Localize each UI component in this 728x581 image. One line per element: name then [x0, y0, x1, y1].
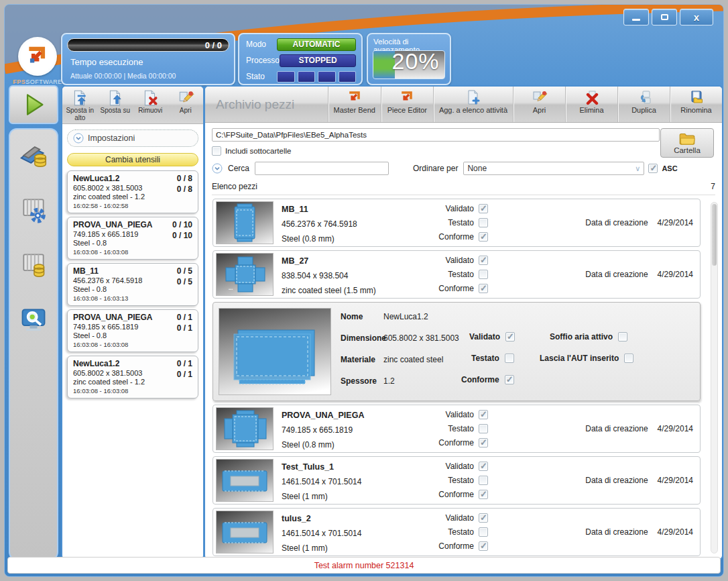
duplicate-piece-button[interactable]: Duplica: [617, 87, 670, 122]
testato-checkbox[interactable]: [479, 270, 488, 279]
tempo-esecuzione-panel: 0 / 0 Tempo esecuzione Attuale 00:00:00 …: [61, 33, 235, 85]
stato-segment: [318, 71, 336, 83]
piece-list-scrollbar[interactable]: [711, 202, 718, 553]
processo-value-badge: STOPPED: [280, 54, 356, 67]
rename-piece-button[interactable]: Rinomina: [670, 87, 722, 122]
pencil-icon: [177, 89, 194, 107]
testato-checkbox[interactable]: [505, 354, 514, 363]
soffio-aria-checkbox[interactable]: [618, 332, 627, 341]
include-subfolders-checkbox[interactable]: [212, 146, 221, 156]
minimize-button[interactable]: [623, 9, 649, 25]
stato-segment: [339, 71, 357, 83]
brand-name: FPSSOFTWARE: [11, 78, 64, 85]
lascia-aut-checkbox[interactable]: [624, 354, 633, 363]
piece-row[interactable]: tulus_2 1461.5014 x 701.5014 Steel (1 mm…: [213, 508, 701, 556]
conforme-checkbox[interactable]: [479, 490, 488, 499]
add-to-task-list-button[interactable]: Agg. a elenco attività: [433, 87, 513, 122]
master-bend-button[interactable]: Master Bend: [328, 87, 381, 122]
testato-checkbox[interactable]: [479, 527, 488, 537]
modo-value-badge: AUTOMATIC: [277, 38, 356, 51]
piece-row[interactable]: ••• MB_27 838.504 x 938.504 zinc coated …: [213, 250, 701, 299]
open-button[interactable]: Apri: [168, 87, 204, 123]
move-up-button[interactable]: Sposta su: [98, 87, 133, 123]
press-brake-archive-icon[interactable]: [18, 139, 49, 170]
validato-checkbox[interactable]: [505, 332, 515, 341]
validato-checkbox[interactable]: [479, 410, 488, 419]
open-piece-button[interactable]: Apri: [513, 87, 565, 122]
queue-item-counts: 0 / 10 / 1: [177, 359, 192, 380]
job-queue-panel: Sposta in alto Sposta su Rimuovi: [61, 85, 204, 560]
piece-thumbnail: [216, 201, 274, 244]
piece-detail-row[interactable]: Nome NewLuca1.2 Dimensione 605.8002 x 38…: [213, 302, 701, 401]
close-button[interactable]: x: [680, 9, 713, 25]
scrollbar-thumb[interactable]: [712, 204, 717, 266]
validato-checkbox[interactable]: [479, 513, 488, 523]
include-subfolders-label: Includi sottocartelle: [225, 147, 291, 155]
testato-checkbox[interactable]: [479, 476, 488, 485]
folder-path-input[interactable]: [212, 128, 660, 142]
asc-checkbox[interactable]: [648, 164, 658, 173]
tool-rack-database-icon[interactable]: [18, 249, 49, 280]
delete-piece-button[interactable]: Elimina: [565, 87, 617, 122]
testato-checkbox[interactable]: [479, 218, 488, 227]
validato-checkbox[interactable]: [479, 256, 488, 265]
remove-button[interactable]: Rimuovi: [133, 87, 168, 123]
conforme-checkbox[interactable]: [479, 232, 488, 242]
folder-icon: [678, 132, 696, 146]
conforme-checkbox[interactable]: [505, 375, 514, 384]
queue-toolbar: Sposta in alto Sposta su Rimuovi: [62, 87, 203, 124]
minimize-icon: [632, 19, 640, 21]
queue-list: NewLuca1.2 605.8002 x 381.5003 zinc coat…: [62, 170, 203, 399]
piece-archive-panel: Archivio pezzi Master Bend Piece Editor: [204, 85, 723, 560]
piece-row[interactable]: MB_11 456.2376 x 764.5918 Steel (0.8 mm)…: [213, 199, 701, 247]
nome-value: NewLuca1.2: [383, 312, 428, 321]
diagnostics-monitor-search-icon[interactable]: [18, 304, 49, 335]
move-to-top-button[interactable]: Sposta in alto: [62, 87, 98, 123]
choose-folder-button[interactable]: Cartella: [660, 128, 714, 158]
search-input[interactable]: [255, 162, 389, 175]
page-arrow-up-icon: [107, 89, 124, 107]
piece-editor-button[interactable]: Piece Editor: [381, 87, 433, 122]
piece-row[interactable]: PROVA_UNA_PIEGA 749.185 x 665.1819 Steel…: [213, 405, 701, 453]
chevron-down-icon: [73, 133, 84, 144]
sort-by-label: Ordinare per: [413, 164, 458, 173]
validato-checkbox[interactable]: [479, 462, 488, 471]
conforme-checkbox[interactable]: [479, 284, 488, 293]
select-chevron-icon: ∨: [635, 164, 640, 173]
start-button[interactable]: [9, 85, 58, 124]
queue-item[interactable]: MB_11 456.2376 x 764.5918 Steel - 0.8 16…: [67, 263, 198, 306]
queue-item[interactable]: PROVA_UNA_PIEGA 749.185 x 665.1819 Steel…: [67, 217, 198, 260]
piece-thumbnail-large: [219, 308, 331, 395]
search-expander-chevron-icon[interactable]: [212, 163, 223, 174]
conforme-checkbox[interactable]: [479, 541, 488, 551]
piece-row[interactable]: Test_Tulus_1 1461.5014 x 701.5014 Steel …: [213, 456, 701, 505]
archive-filter-area: Cartella Includi sottocartelle Cerca Ord…: [205, 123, 722, 556]
stato-segments: [277, 71, 356, 83]
search-label: Cerca: [228, 164, 249, 173]
cambia-utensili-button[interactable]: Cambia utensili: [67, 153, 198, 166]
book-folder-icon: [688, 89, 705, 105]
piece-count: 7: [711, 182, 715, 191]
queue-item-counts: 0 / 100 / 10: [172, 220, 192, 241]
creation-date-value: 4/29/2014: [658, 218, 693, 227]
navigation-rail: [9, 128, 58, 560]
play-icon: [20, 92, 47, 117]
queue-item[interactable]: NewLuca1.2 605.8002 x 381.5003 zinc coat…: [67, 356, 198, 399]
svg-text:•••: •••: [229, 287, 233, 291]
piece-thumbnail: [216, 511, 274, 553]
validato-checkbox[interactable]: [479, 204, 488, 213]
machine-state-panel: Modo AUTOMATIC Processo STOPPED Stato: [238, 33, 363, 85]
progress-value: 0 / 0: [205, 40, 222, 50]
impostazioni-expander[interactable]: Impostazioni: [67, 129, 198, 147]
sort-by-select[interactable]: None ∨: [463, 162, 644, 175]
piece-list-label: Elenco pezzi: [212, 182, 257, 191]
conforme-checkbox[interactable]: [479, 438, 488, 447]
modo-label: Modo: [246, 40, 266, 49]
queue-item[interactable]: NewLuca1.2 605.8002 x 381.5003 zinc coat…: [67, 170, 198, 213]
maximize-button[interactable]: [652, 9, 677, 25]
testato-checkbox[interactable]: [479, 424, 488, 433]
tool-rack-gear-icon[interactable]: [18, 194, 49, 225]
brand-logo: FPSSOFTWARE: [11, 37, 64, 85]
queue-item[interactable]: PROVA_UNA_PIEGA 749.185 x 665.1819 Steel…: [67, 309, 198, 352]
piece-thumbnail: •••: [216, 253, 274, 296]
